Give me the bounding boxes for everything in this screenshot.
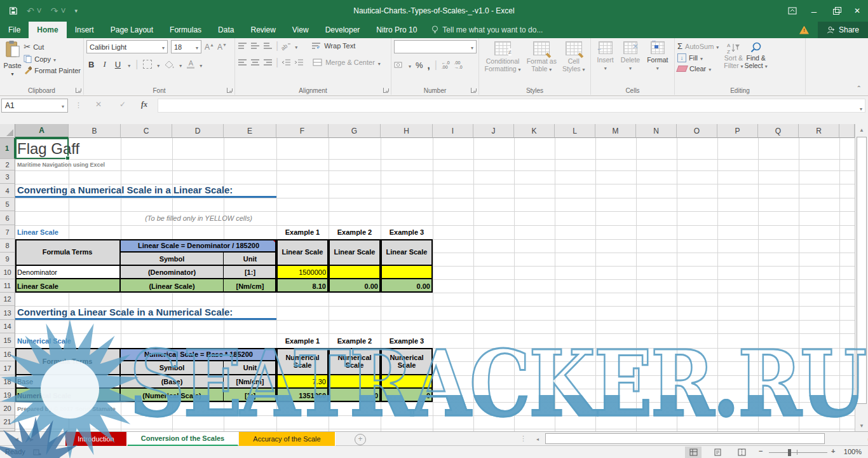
- cell-numerical-scale-label[interactable]: Numerical Scale: [15, 333, 121, 348]
- select-all-corner[interactable]: [0, 124, 15, 138]
- name-box[interactable]: A1: [1, 99, 68, 113]
- conditional-formatting-button[interactable]: ≠ Conditional Formatting: [485, 40, 521, 85]
- row-header-14[interactable]: 14: [0, 320, 15, 333]
- cell-t1-input-3[interactable]: [381, 266, 433, 279]
- cell-prepared-by[interactable]: Prepared by © 2017 Sorin Stamate: [15, 402, 224, 415]
- increase-font-icon[interactable]: A▲: [205, 43, 214, 52]
- save-icon[interactable]: [9, 6, 18, 15]
- column-header-M[interactable]: M: [595, 124, 636, 138]
- cell-t2-result-2[interactable]: 0: [329, 389, 381, 402]
- tab-data[interactable]: Data: [210, 22, 242, 38]
- cell-numerical-scale-symbol[interactable]: (Numerical Scale): [121, 389, 224, 402]
- row-header-7[interactable]: 7: [0, 225, 15, 239]
- fill-button[interactable]: ↓Fill: [677, 53, 719, 62]
- cut-button[interactable]: Cut: [24, 42, 81, 52]
- undo-icon[interactable]: ↶ ˅: [27, 6, 42, 16]
- zoom-out-icon[interactable]: −: [759, 447, 763, 455]
- row-header-8[interactable]: 8: [0, 239, 15, 253]
- row-header-3[interactable]: 3: [0, 170, 15, 184]
- cell-unit-header-1[interactable]: Unit: [224, 253, 276, 266]
- tab-review[interactable]: Review: [242, 22, 283, 38]
- zoom-in-icon[interactable]: +: [831, 447, 835, 455]
- row-header-10[interactable]: 10: [0, 266, 15, 279]
- tab-page-layout[interactable]: Page Layout: [102, 22, 161, 38]
- cell-heading-2[interactable]: Converting a Linear Scale in a Numerical…: [15, 306, 276, 320]
- delete-cells-button[interactable]: ✕ Delete: [621, 40, 640, 85]
- row-header-4[interactable]: 4: [0, 184, 15, 198]
- align-bottom-icon[interactable]: [263, 42, 273, 50]
- cell-formula-terms-2[interactable]: Formula Terms: [15, 348, 121, 375]
- cell-t2-result-3[interactable]: 0: [381, 389, 433, 402]
- column-header-G[interactable]: G: [329, 124, 381, 138]
- tab-formulas[interactable]: Formulas: [161, 22, 210, 38]
- underline-button[interactable]: U: [113, 60, 123, 69]
- tab-insert[interactable]: Insert: [67, 22, 102, 38]
- paste-button[interactable]: Paste: [3, 40, 22, 85]
- page-layout-view-icon[interactable]: [709, 447, 726, 458]
- insert-function-icon[interactable]: fx: [141, 100, 147, 109]
- cell-example-3b[interactable]: Example 3: [381, 333, 433, 348]
- cell-t1-result-2[interactable]: 0.00: [329, 279, 381, 293]
- comma-style-button[interactable]: ,: [428, 60, 430, 71]
- scroll-down-icon[interactable]: ▼: [855, 420, 868, 431]
- tab-nitro-pro[interactable]: Nitro Pro 10: [368, 22, 425, 38]
- tab-view[interactable]: View: [284, 22, 317, 38]
- cancel-icon[interactable]: ✕: [95, 100, 102, 109]
- align-left-icon[interactable]: [238, 59, 247, 66]
- column-header-J[interactable]: J: [473, 124, 514, 138]
- row-header-2[interactable]: 2: [0, 159, 15, 170]
- cell-heading-1[interactable]: Converting a Numerical Scale in a Linear…: [15, 184, 276, 198]
- zoom-slider[interactable]: [769, 452, 827, 453]
- zoom-level[interactable]: 100%: [844, 448, 862, 455]
- zoom-slider-thumb[interactable]: [788, 449, 791, 456]
- font-dialog-launcher-icon[interactable]: [227, 88, 232, 93]
- horizontal-scroll-thumb[interactable]: [545, 433, 825, 444]
- cell-t2-col-header-2[interactable]: Numerical Scale: [329, 348, 381, 375]
- scroll-left-icon[interactable]: ◂: [532, 433, 543, 445]
- cell-yellow-note[interactable]: (To be filled only in YELLOW cells): [121, 211, 276, 225]
- wrap-text-label[interactable]: Wrap Text: [324, 42, 355, 50]
- cell-a1-flag-gaff[interactable]: Flag Gaff: [15, 138, 121, 159]
- cell-linear-scale-symbol[interactable]: (Linear Scale): [121, 279, 224, 293]
- autosum-button[interactable]: AutoSum: [677, 41, 719, 51]
- column-header-E[interactable]: E: [224, 124, 276, 138]
- sort-filter-button[interactable]: AZ Sort & Filter: [724, 40, 743, 85]
- cell-symbol-header-2[interactable]: Symbol: [121, 361, 224, 375]
- row-header-21[interactable]: 21: [0, 415, 15, 429]
- share-button[interactable]: Share: [818, 22, 868, 38]
- decrease-font-icon[interactable]: A▼: [217, 43, 227, 52]
- ribbon-display-options-icon[interactable]: [782, 0, 803, 22]
- percent-style-button[interactable]: %: [416, 60, 423, 70]
- cell-example-2[interactable]: Example 2: [329, 225, 381, 239]
- column-header-H[interactable]: H: [381, 124, 433, 138]
- cell-unit-header-2[interactable]: Unit: [224, 361, 276, 375]
- column-header-K[interactable]: K: [514, 124, 555, 138]
- redo-icon[interactable]: ↷ ˅: [51, 6, 66, 16]
- column-header-B[interactable]: B: [69, 124, 121, 138]
- normal-view-icon[interactable]: [685, 447, 702, 458]
- row-header-5[interactable]: 5: [0, 198, 15, 211]
- align-right-icon[interactable]: [263, 59, 273, 66]
- cell-subtitle[interactable]: Maritime Navigation using Excel: [15, 159, 224, 170]
- tell-me-box[interactable]: Tell me what you want to do...: [431, 22, 543, 38]
- orientation-icon[interactable]: ab: [281, 42, 292, 50]
- accounting-format-icon[interactable]: [394, 61, 404, 69]
- cell-t1-input-2[interactable]: [329, 266, 381, 279]
- cell-styles-button[interactable]: Cell Styles: [562, 40, 585, 85]
- find-select-button[interactable]: Find & Select: [745, 40, 768, 85]
- clipboard-dialog-launcher-icon[interactable]: [76, 88, 81, 93]
- vertical-scroll-thumb[interactable]: [857, 137, 867, 404]
- row-header-18[interactable]: 18: [0, 375, 15, 389]
- cell-base-symbol[interactable]: (Base): [121, 375, 224, 389]
- row-header-12[interactable]: 12: [0, 293, 15, 306]
- restore-button[interactable]: [825, 0, 846, 22]
- row-header-13[interactable]: 13: [0, 306, 15, 320]
- cell-example-1b[interactable]: Example 1: [276, 333, 329, 348]
- decrease-decimal-icon[interactable]: [454, 60, 463, 69]
- formula-bar-splitter[interactable]: ⋮: [75, 101, 82, 109]
- column-header-L[interactable]: L: [555, 124, 595, 138]
- borders-icon[interactable]: [143, 60, 152, 69]
- align-center-icon[interactable]: [250, 59, 260, 66]
- row-header-17[interactable]: 17: [0, 361, 15, 375]
- format-cells-button[interactable]: ↔ Format: [647, 40, 668, 85]
